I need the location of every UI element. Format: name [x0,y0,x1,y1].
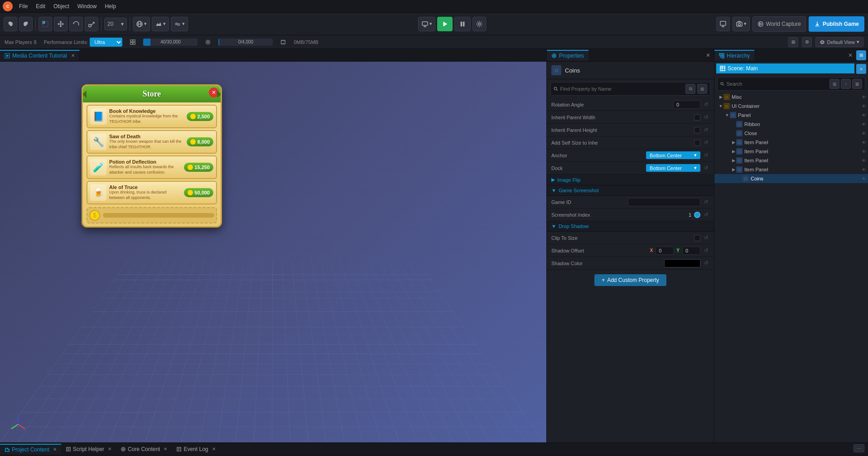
shadow-color-reset[interactable]: ↺ [702,260,709,266]
ip2-eye-icon[interactable]: 👁 [862,149,866,154]
hierarchy-tab[interactable]: Hierarchy [714,50,754,61]
redo-button[interactable] [19,17,33,31]
ui-container-eye-icon[interactable]: 👁 [862,104,866,109]
filter-btn-status[interactable]: ⊞ [788,37,798,47]
close-eye-icon[interactable]: 👁 [862,131,866,136]
tree-item-ui-container[interactable]: ▼ □ UI Container 👁 [714,102,868,111]
screenshot-settings-button[interactable]: ▾ [733,17,750,31]
store-item-3[interactable]: 🍺 Ale of Truce Upon drinking, truce is d… [87,181,217,204]
clip-to-size-checkbox[interactable] [694,235,700,241]
tree-item-item-panel-3[interactable]: ▶ □ Item Panel 👁 [714,156,868,165]
shadow-color-swatch[interactable] [664,259,700,267]
ip3-eye-icon[interactable]: 👁 [862,158,866,163]
core-content-close[interactable]: ✕ [164,446,167,451]
hierarchy-search-input[interactable] [727,81,827,87]
move-tool-button[interactable] [54,17,68,31]
add-custom-property-button[interactable]: + Add Custom Property [594,274,666,286]
screen-button[interactable]: ▾ [418,17,435,31]
clip-to-size-reset[interactable]: ↺ [702,235,709,241]
viewport-tab-media[interactable]: Media Content Tutorial ✕ [0,50,80,61]
scene-header[interactable]: Scene: Main [716,63,854,73]
bottom-tab-script-helper[interactable]: Script Helper ✕ [61,444,116,454]
hierarchy-sort-icon-btn[interactable]: ↑ [841,79,851,89]
select-tool-button[interactable] [39,17,52,31]
tree-item-item-panel-1[interactable]: ▶ □ Item Panel 👁 [714,138,868,147]
ip4-eye-icon[interactable]: 👁 [862,167,866,172]
anchor-reset[interactable]: ↺ [702,152,709,158]
properties-close[interactable]: ✕ [706,52,714,58]
tree-item-misc[interactable]: ▶ □ Misc 👁 [714,92,868,102]
default-view-button[interactable]: Default View ▾ [815,37,863,47]
inherit-height-reset[interactable]: ↺ [702,127,709,133]
water-button[interactable]: ▾ [171,17,188,31]
store-item-1[interactable]: 🔧 Saw of Death The only known weapon tha… [87,130,217,154]
tree-item-ribbon[interactable]: □ Ribbon 👁 [714,120,868,129]
store-item-2[interactable]: 🧪 Potion of Deflection Reflects all insu… [87,155,217,179]
bottom-tab-core-content[interactable]: Core Content ✕ [116,444,172,454]
shadow-offset-reset[interactable]: ↺ [702,247,709,253]
inherit-width-reset[interactable]: ↺ [702,114,709,120]
add-self-size-checkbox[interactable] [694,140,700,146]
scale-tool-button[interactable] [85,17,98,31]
snap-value[interactable]: 20 ▾ [104,18,127,30]
project-content-close[interactable]: ✕ [53,447,57,452]
menu-window[interactable]: Window [74,2,101,10]
ip1-eye-icon[interactable]: 👁 [862,140,866,145]
viewport-tab-close[interactable]: ✕ [71,53,75,58]
play-button[interactable] [437,17,453,31]
dock-reset[interactable]: ↺ [702,165,709,171]
menu-help[interactable]: Help [101,2,120,10]
perf-select[interactable]: UltraHighMediumLow [90,38,122,47]
menu-file[interactable]: File [15,2,31,10]
game-screenshot-section[interactable]: ▼ Game Screenshot [547,185,714,196]
inherit-height-checkbox[interactable] [694,127,700,133]
image-flip-section[interactable]: ▶ Image Flip [547,175,714,185]
menu-edit[interactable]: Edit [32,2,49,10]
hierarchy-close[interactable]: ✕ [848,52,856,58]
scene-add-button[interactable]: + [856,64,866,74]
shadow-offset-x-input[interactable] [656,247,674,255]
screenshot-index-slider[interactable] [694,212,700,218]
add-self-size-reset[interactable]: ↺ [702,140,709,146]
monitor-button[interactable] [716,17,730,31]
inherit-width-checkbox[interactable] [694,114,700,121]
hierarchy-filter-icon-btn[interactable]: ⊞ [829,79,839,89]
publish-game-button[interactable]: Publish Game [809,16,864,32]
tree-item-item-panel-4[interactable]: ▶ □ Item Panel 👁 [714,165,868,174]
coins-eye-icon[interactable]: 👁 [862,176,866,181]
store-item-0[interactable]: 📘 Book of Knowledge Contains mystical kn… [87,105,217,128]
screenshot-index-reset[interactable]: ↺ [702,212,709,218]
misc-eye-icon[interactable]: 👁 [862,95,866,100]
rotation-angle-input[interactable] [673,101,700,109]
undo-button[interactable] [4,17,17,31]
ribbon-eye-icon[interactable]: 👁 [862,122,866,127]
dock-dropdown[interactable]: Bottom Center ▾ [646,164,700,172]
script-helper-close[interactable]: ✕ [108,446,111,451]
game-id-reset[interactable]: ↺ [702,199,709,205]
tree-item-close[interactable]: □ Close 👁 [714,129,868,138]
hierarchy-grid-button[interactable]: ⊞ [856,50,866,60]
game-id-input[interactable] [628,198,700,206]
terrain-button[interactable]: ▾ [152,17,169,31]
event-log-close[interactable]: ✕ [212,446,216,451]
rotate-tool-button[interactable] [69,17,83,31]
world-capture-button[interactable]: World Capture [752,16,806,32]
panel-eye-icon[interactable]: 👁 [862,113,866,118]
store-close-button[interactable]: ✕ [209,87,219,97]
pause-button[interactable] [454,17,471,31]
menu-object[interactable]: Object [50,2,73,10]
drop-shadow-section[interactable]: ▼ Drop Shadow [547,221,714,232]
copy-icon-btn[interactable]: ⧉ [685,84,695,94]
tree-item-item-panel-2[interactable]: ▶ □ Item Panel 👁 [714,147,868,156]
rotation-reset[interactable]: ↺ [702,102,709,107]
settings-button[interactable] [473,17,486,31]
property-search-input[interactable] [560,86,683,92]
clear-icon-btn[interactable]: ⊞ [697,84,707,94]
bottom-tab-event-log[interactable]: Event Log ✕ [172,444,220,454]
anchor-dropdown[interactable]: Bottom Center ▾ [646,151,700,159]
shadow-offset-y-input[interactable] [682,247,700,255]
hierarchy-expand-icon-btn[interactable]: ⊠ [852,79,862,89]
tree-item-coins[interactable]: □ Coins 👁 [714,174,868,183]
world-mode-button[interactable]: ▾ [133,17,150,31]
properties-tab[interactable]: Properties [547,50,588,61]
